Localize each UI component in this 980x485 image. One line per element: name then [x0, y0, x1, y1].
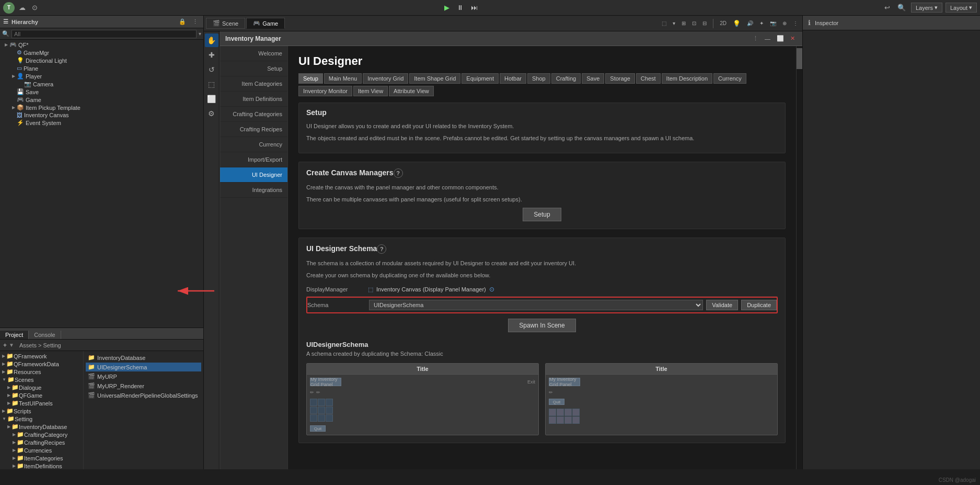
- uid-tab-row2-inventory-monitor[interactable]: Inventory Monitor: [298, 86, 352, 96]
- tool-hand[interactable]: ✋: [205, 33, 218, 47]
- step-button[interactable]: ⏭: [469, 3, 480, 13]
- hierarchy-item-0[interactable]: ▶ 🎮 QF*: [0, 41, 203, 49]
- project-file-1[interactable]: 📁 UIDesignerSchema: [86, 363, 201, 371]
- scrollbar-thumb[interactable]: [797, 48, 802, 69]
- hierarchy-item-7[interactable]: 🎮 Game: [0, 96, 203, 104]
- schema-help[interactable]: ?: [377, 244, 386, 254]
- uid-tab-currency[interactable]: Currency: [713, 73, 746, 84]
- uid-tab-save[interactable]: Save: [582, 73, 604, 84]
- scene-tool4[interactable]: ⊡: [690, 19, 698, 27]
- uid-tab-item-shape-grid[interactable]: Item Shape Grid: [409, 73, 460, 84]
- uid-tab-storage[interactable]: Storage: [605, 73, 635, 84]
- inv-nav-currency[interactable]: Currency: [220, 137, 287, 152]
- hierarchy-item-10[interactable]: ⚡ Event System: [0, 119, 203, 127]
- inv-nav-item-definitions[interactable]: Item Definitions: [220, 92, 287, 107]
- tool-scale[interactable]: ⬚: [205, 77, 218, 91]
- project-add-button[interactable]: +: [3, 342, 7, 349]
- hierarchy-item-4[interactable]: ▶ 👤 Player: [0, 72, 203, 80]
- uid-tab-crafting[interactable]: Crafting: [551, 73, 581, 84]
- scene-audio-btn[interactable]: 🔊: [745, 19, 755, 27]
- inv-nav-crafting-recipes[interactable]: Crafting Recipes: [220, 122, 287, 137]
- project-tree-item-7[interactable]: ▶ 📁 Scripts: [0, 407, 83, 415]
- uid-tab-main-menu[interactable]: Main Menu: [324, 73, 362, 84]
- inv-header-more[interactable]: ⋮: [751, 34, 760, 43]
- inv-nav-integrations[interactable]: Integrations: [220, 183, 287, 198]
- inv-nav-import/export[interactable]: Import/Export: [220, 152, 287, 167]
- uid-tab-equipment[interactable]: Equipment: [462, 73, 499, 84]
- tab-game[interactable]: 🎮 Game: [246, 18, 285, 29]
- project-tree-item-3[interactable]: ▼ 📁 Scenes: [0, 376, 83, 384]
- scene-fx-btn[interactable]: ✦: [757, 19, 766, 27]
- inv-nav-welcome[interactable]: Welcome: [220, 46, 287, 61]
- hierarchy-lock-button[interactable]: 🔒: [177, 17, 188, 26]
- tool-rotate[interactable]: ↺: [205, 63, 218, 76]
- hierarchy-item-8[interactable]: ▶ 📦 Item Pickup Template: [0, 104, 203, 111]
- scene-more-btn[interactable]: ⋮: [791, 19, 800, 27]
- hierarchy-item-5[interactable]: 📷 Camera: [0, 80, 203, 88]
- tab-console[interactable]: Console: [29, 331, 61, 339]
- uid-tab-row2-attribute-view[interactable]: Attribute View: [389, 86, 434, 96]
- scene-tool2[interactable]: ▾: [671, 19, 677, 27]
- scene-tool1[interactable]: ⬚: [660, 19, 668, 27]
- validate-button[interactable]: Validate: [706, 300, 738, 310]
- project-tree-item-6[interactable]: ▶ 📁 TestUIPanels: [0, 399, 83, 407]
- inv-nav-crafting-categories[interactable]: Crafting Categories: [220, 107, 287, 122]
- project-tree-item-14[interactable]: ▶ 📁 ItemDefinitions: [0, 462, 83, 469]
- project-tree-item-1[interactable]: ▶ 📁 QFrameworkData: [0, 360, 83, 368]
- uid-tab-row2-item-view[interactable]: Item View: [353, 86, 388, 96]
- uid-tab-item-description[interactable]: Item Description: [662, 73, 712, 84]
- tab-project[interactable]: Project: [0, 331, 29, 339]
- search-button[interactable]: 🔍: [895, 3, 908, 13]
- history-button[interactable]: ↩: [882, 3, 892, 13]
- scene-tool3[interactable]: ⊞: [679, 19, 688, 27]
- hierarchy-item-9[interactable]: 🖼 Inventory Canvas: [0, 111, 203, 119]
- hierarchy-more-button[interactable]: ⋮: [190, 17, 200, 26]
- project-tree-item-0[interactable]: ▶ 📁 QFramework: [0, 352, 83, 360]
- uid-tab-shop[interactable]: Shop: [527, 73, 550, 84]
- project-tree-item-4[interactable]: ▶ 📁 Dialogue: [0, 384, 83, 391]
- avatar-button[interactable]: T: [3, 2, 15, 14]
- uid-tab-setup[interactable]: Setup: [298, 73, 323, 84]
- project-file-2[interactable]: 🎬 MyURP: [86, 372, 201, 381]
- layout-dropdown[interactable]: Layout ▾: [946, 3, 977, 13]
- tool-transform[interactable]: ⚙: [205, 107, 218, 120]
- account-button[interactable]: ⊙: [30, 3, 40, 13]
- spawn-in-scene-button[interactable]: Spawn In Scene: [508, 319, 575, 332]
- inv-nav-item-categories[interactable]: Item Categories: [220, 76, 287, 92]
- project-tree-item-9[interactable]: ▶ 📁 InventoryDatabase: [0, 423, 83, 431]
- uid-tab-inventory-grid[interactable]: Inventory Grid: [363, 73, 408, 84]
- scene-2d-btn[interactable]: 2D: [718, 19, 729, 27]
- uid-tab-hotbar[interactable]: Hotbar: [500, 73, 526, 84]
- project-tree-item-8[interactable]: ▼ 📁 Setting: [0, 415, 83, 423]
- play-button[interactable]: ▶: [442, 3, 452, 13]
- project-tree-item-10[interactable]: ▶ 📁 CraftingCategory: [0, 431, 83, 438]
- tool-rect[interactable]: ⬜: [205, 92, 218, 106]
- tool-move[interactable]: ✚: [205, 48, 218, 62]
- inv-header-min[interactable]: —: [763, 34, 773, 43]
- tab-scene[interactable]: 🎬 Scene: [206, 18, 245, 29]
- duplicate-button[interactable]: Duplicate: [741, 300, 777, 310]
- project-tree-item-13[interactable]: ▶ 📁 ItemCategories: [0, 454, 83, 462]
- project-file-4[interactable]: 🎬 UniversalRenderPipelineGlobalSettings: [86, 391, 201, 400]
- create-canvas-help[interactable]: ?: [394, 168, 403, 178]
- create-canvas-setup-button[interactable]: Setup: [523, 208, 561, 221]
- layers-dropdown[interactable]: Layers ▾: [911, 3, 942, 13]
- inv-nav-setup[interactable]: Setup: [220, 61, 287, 76]
- project-file-0[interactable]: 📁 InventoryDatabase: [86, 353, 201, 362]
- project-tree-item-5[interactable]: ▶ 📁 QFGame: [0, 391, 83, 399]
- inv-header-max[interactable]: ⬜: [775, 34, 786, 43]
- scene-camera-btn[interactable]: 📷: [768, 19, 778, 27]
- display-manager-link[interactable]: ⊙: [489, 286, 494, 293]
- project-tree-item-11[interactable]: ▶ 📁 CraftingRecipes: [0, 438, 83, 446]
- hierarchy-search-input[interactable]: [11, 30, 197, 38]
- pause-button[interactable]: ⏸: [455, 3, 466, 13]
- hierarchy-item-1[interactable]: ⚙ GameMgr: [0, 49, 203, 57]
- scene-tool5[interactable]: ⊟: [700, 19, 709, 27]
- hierarchy-item-6[interactable]: 💾 Save: [0, 88, 203, 96]
- project-file-3[interactable]: 🎬 MyURP_Renderer: [86, 381, 201, 390]
- scene-light-btn[interactable]: 💡: [731, 19, 743, 28]
- cloud-button[interactable]: ☁: [17, 3, 28, 13]
- scene-gizmos-btn[interactable]: ⊕: [780, 19, 789, 27]
- inv-header-close[interactable]: ✕: [788, 34, 797, 43]
- project-tree-item-2[interactable]: ▶ 📁 Resources: [0, 368, 83, 376]
